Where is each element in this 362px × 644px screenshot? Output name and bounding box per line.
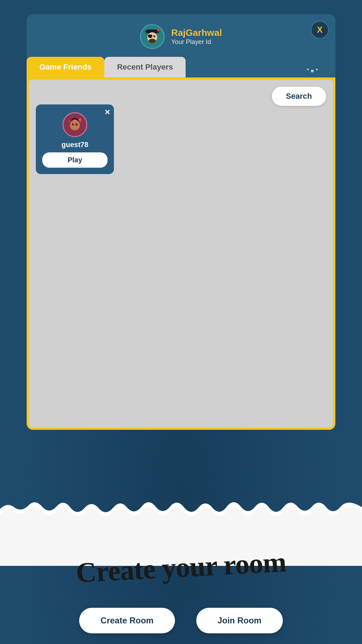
dot-icon: [307, 69, 309, 70]
player-card: ✕: [36, 104, 114, 174]
svg-point-6: [153, 35, 155, 37]
card-close-icon[interactable]: ✕: [104, 108, 110, 117]
close-icon: X: [317, 25, 323, 35]
svg-point-7: [154, 36, 155, 36]
dot-icon: [316, 69, 318, 70]
friends-list: Search ✕: [29, 80, 333, 428]
bottom-buttons: Create Room Join Room: [27, 608, 335, 633]
close-button[interactable]: X: [311, 21, 329, 39]
dot-icon: [311, 70, 314, 72]
header: RajGarhwal Your Player Id X: [27, 14, 335, 57]
tab-recent-players[interactable]: Recent Players: [104, 57, 186, 77]
search-button[interactable]: Search: [272, 87, 326, 106]
tab-game-friends[interactable]: Game Friends: [27, 57, 104, 77]
svg-point-16: [77, 124, 77, 124]
profile-info: RajGarhwal Your Player Id: [171, 27, 222, 46]
card-avatar: [62, 112, 87, 137]
join-room-button[interactable]: Join Room: [196, 608, 283, 633]
avatar: [140, 24, 165, 49]
svg-point-14: [76, 123, 78, 125]
profile-area: RajGarhwal Your Player Id: [140, 24, 222, 49]
svg-point-15: [73, 124, 74, 124]
svg-point-8: [149, 39, 156, 43]
svg-point-13: [72, 123, 74, 125]
card-username: guest78: [61, 141, 88, 149]
create-room-button[interactable]: Create Room: [79, 608, 175, 633]
username: RajGarhwal: [171, 27, 222, 38]
tabs-row: Game Friends Recent Players: [27, 57, 335, 77]
player-id-label: Your Player Id: [171, 38, 222, 46]
content-area: Search ✕: [27, 77, 335, 430]
svg-point-12: [70, 120, 80, 130]
main-panel: RajGarhwal Your Player Id X Game Friends…: [27, 14, 335, 430]
dots-menu[interactable]: [307, 69, 318, 73]
play-button[interactable]: Play: [42, 152, 108, 168]
